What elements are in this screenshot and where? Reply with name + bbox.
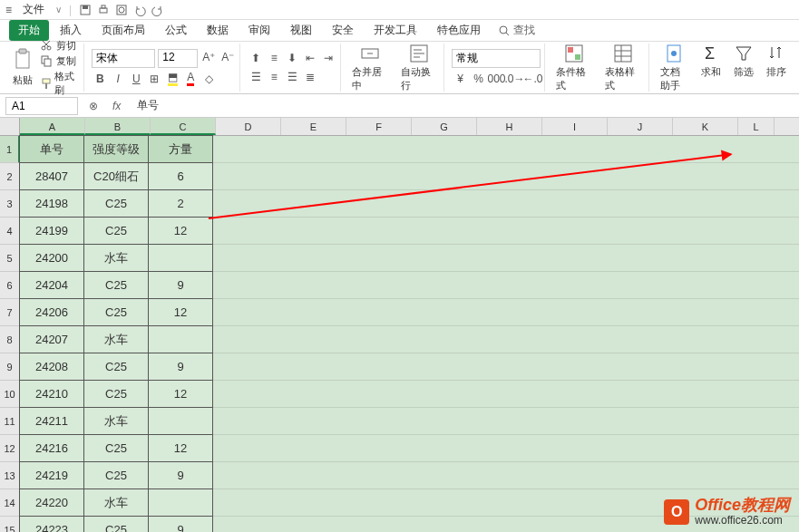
cell[interactable]: C25 bbox=[83, 434, 149, 462]
col-header-j[interactable]: J bbox=[608, 118, 673, 135]
row-header[interactable]: 4 bbox=[0, 218, 20, 245]
file-dropdown-icon[interactable]: ∨ bbox=[55, 5, 62, 15]
cell[interactable]: 24204 bbox=[19, 271, 84, 299]
select-all-corner[interactable] bbox=[0, 118, 20, 135]
col-header-h[interactable]: H bbox=[477, 118, 542, 135]
increase-indent-icon[interactable]: ⇥ bbox=[320, 50, 336, 66]
cell[interactable]: 9 bbox=[148, 516, 213, 532]
search-box[interactable]: 查找 bbox=[499, 23, 535, 38]
font-name-select[interactable]: 宋体 bbox=[92, 49, 155, 68]
paste-button[interactable]: 粘贴 bbox=[9, 46, 36, 89]
align-left-icon[interactable]: ☰ bbox=[248, 69, 264, 85]
cell[interactable]: 6 bbox=[148, 162, 213, 190]
cell[interactable]: 12 bbox=[148, 434, 213, 462]
tab-security[interactable]: 安全 bbox=[323, 20, 363, 41]
spreadsheet-grid[interactable]: A B C D E F G H I J K L 1单号强度等级方量228407C… bbox=[0, 118, 799, 532]
cell[interactable]: 24198 bbox=[19, 189, 84, 218]
row-header[interactable]: 10 bbox=[0, 381, 20, 408]
row-header[interactable]: 14 bbox=[0, 489, 20, 517]
wrap-text-button[interactable]: 自动换行 bbox=[397, 42, 441, 94]
percent-icon[interactable]: % bbox=[470, 71, 486, 87]
sort-button[interactable]: 排序 bbox=[763, 42, 790, 94]
col-header-e[interactable]: E bbox=[281, 118, 346, 135]
cell[interactable]: C25 bbox=[83, 461, 149, 489]
tab-review[interactable]: 审阅 bbox=[239, 20, 279, 41]
row-header[interactable]: 13 bbox=[0, 462, 20, 489]
cell[interactable] bbox=[148, 244, 213, 272]
cell[interactable] bbox=[148, 488, 213, 517]
formula-bar[interactable]: 单号 bbox=[132, 96, 794, 115]
cell[interactable]: 24223 bbox=[19, 516, 84, 532]
row-header[interactable]: 11 bbox=[0, 408, 20, 435]
decrease-decimal-icon[interactable]: ←.0 bbox=[524, 71, 541, 87]
row-header[interactable]: 12 bbox=[0, 435, 20, 462]
fx-cancel-icon[interactable]: ⊗ bbox=[85, 100, 102, 112]
empty-cells[interactable] bbox=[213, 381, 799, 408]
cell[interactable]: C25 bbox=[83, 353, 149, 381]
empty-cells[interactable] bbox=[213, 435, 799, 462]
filter-button[interactable]: 筛选 bbox=[730, 42, 757, 94]
cell[interactable]: 24199 bbox=[19, 217, 84, 245]
currency-icon[interactable]: ¥ bbox=[452, 71, 468, 87]
empty-cells[interactable] bbox=[213, 190, 799, 218]
col-header-a[interactable]: A bbox=[20, 118, 85, 135]
decrease-font-icon[interactable]: A⁻ bbox=[219, 49, 236, 65]
row-header[interactable]: 2 bbox=[0, 163, 20, 190]
name-box[interactable] bbox=[5, 97, 78, 115]
align-top-icon[interactable]: ⬆ bbox=[248, 50, 264, 66]
col-header-b[interactable]: B bbox=[85, 118, 151, 135]
cell[interactable] bbox=[148, 407, 213, 435]
row-header[interactable]: 9 bbox=[0, 353, 20, 381]
cell[interactable]: C25 bbox=[83, 380, 149, 408]
cell[interactable]: 方量 bbox=[148, 135, 213, 163]
col-header-k[interactable]: K bbox=[673, 118, 738, 135]
number-format-select[interactable]: 常规 bbox=[452, 49, 541, 68]
row-header[interactable]: 5 bbox=[0, 245, 20, 272]
doc-helper-button[interactable]: 文档助手 bbox=[657, 42, 692, 94]
cell[interactable]: C25 bbox=[83, 271, 149, 299]
cell[interactable]: 12 bbox=[148, 298, 213, 326]
cell[interactable]: 24216 bbox=[19, 434, 84, 462]
cell[interactable]: C25 bbox=[83, 516, 149, 532]
row-header[interactable]: 1 bbox=[0, 136, 20, 163]
cell[interactable]: 水车 bbox=[83, 244, 149, 272]
row-header[interactable]: 6 bbox=[0, 272, 20, 299]
increase-font-icon[interactable]: A⁺ bbox=[200, 49, 217, 65]
align-middle-icon[interactable]: ≡ bbox=[266, 50, 282, 66]
col-header-g[interactable]: G bbox=[412, 118, 477, 135]
cell[interactable]: 水车 bbox=[83, 407, 149, 435]
save-icon[interactable] bbox=[79, 4, 92, 16]
cell[interactable]: 24211 bbox=[19, 407, 84, 435]
cell[interactable]: 24220 bbox=[19, 488, 84, 517]
row-header[interactable]: 7 bbox=[0, 299, 20, 326]
align-bottom-icon[interactable]: ⬇ bbox=[284, 50, 300, 66]
cell[interactable]: C25 bbox=[83, 298, 149, 326]
empty-cells[interactable] bbox=[213, 462, 799, 489]
cell[interactable]: 2 bbox=[148, 189, 213, 218]
app-menu-button[interactable]: ≡ bbox=[5, 4, 12, 16]
tab-formula[interactable]: 公式 bbox=[156, 20, 196, 41]
cell[interactable]: 水车 bbox=[83, 488, 149, 517]
underline-button[interactable]: U bbox=[128, 71, 144, 87]
empty-cells[interactable] bbox=[213, 218, 799, 245]
row-header[interactable]: 8 bbox=[0, 326, 20, 353]
cell[interactable]: 24206 bbox=[19, 298, 84, 326]
cell[interactable]: 24207 bbox=[19, 325, 84, 353]
table-style-button[interactable]: 表格样式 bbox=[601, 42, 645, 94]
format-painter-button[interactable]: 格式刷 bbox=[40, 70, 80, 97]
align-right-icon[interactable]: ☰ bbox=[284, 69, 300, 85]
clear-format-button[interactable]: ◇ bbox=[200, 71, 217, 87]
cell[interactable]: 单号 bbox=[19, 135, 84, 163]
bold-button[interactable]: B bbox=[92, 71, 108, 87]
increase-decimal-icon[interactable]: .0→ bbox=[506, 71, 522, 87]
empty-cells[interactable] bbox=[213, 136, 799, 163]
col-header-d[interactable]: D bbox=[216, 118, 281, 135]
tab-view[interactable]: 视图 bbox=[281, 20, 321, 41]
cut-button[interactable]: 剪切 bbox=[40, 39, 80, 53]
col-header-f[interactable]: F bbox=[346, 118, 412, 135]
sum-button[interactable]: Σ 求和 bbox=[697, 42, 725, 94]
cell[interactable]: 水车 bbox=[83, 325, 149, 353]
cell[interactable]: C25 bbox=[83, 189, 149, 218]
empty-cells[interactable] bbox=[213, 326, 799, 353]
empty-cells[interactable] bbox=[213, 408, 799, 435]
